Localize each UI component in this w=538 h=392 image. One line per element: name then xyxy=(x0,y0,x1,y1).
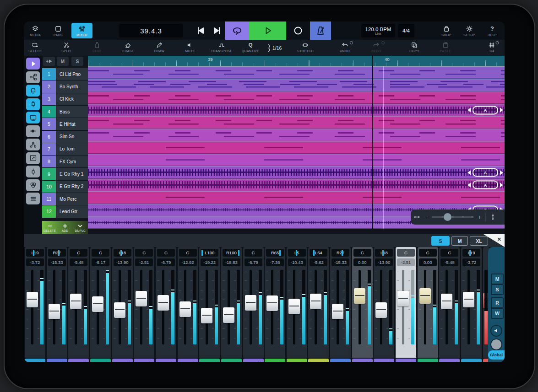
channel-label[interactable]: 16 xyxy=(352,359,373,362)
pan-display[interactable]: L19 xyxy=(26,249,44,257)
volume-db-display[interactable]: -2.51 xyxy=(397,258,415,266)
sidebar-edit-button[interactable] xyxy=(26,152,40,164)
fader-handle[interactable] xyxy=(158,295,169,311)
channel-label[interactable]: 9 xyxy=(199,359,220,362)
duplc-track-button[interactable]: DUPLC xyxy=(73,221,88,234)
fader-handle[interactable] xyxy=(463,292,474,307)
channel-label[interactable]: 20 xyxy=(439,359,460,362)
channel-label[interactable]: 15 xyxy=(330,359,351,362)
pan-display[interactable]: C xyxy=(157,249,175,257)
channel-label[interactable]: 19 xyxy=(418,359,438,362)
mixer-strip-18[interactable]: C-2.5118 xyxy=(396,247,416,358)
time-signature-display[interactable]: 4/4 xyxy=(398,24,414,38)
master-speaker-button[interactable] xyxy=(490,325,502,337)
audio-stretch-handle[interactable]: A xyxy=(473,181,498,189)
select-tool-button[interactable]: SELECT xyxy=(28,41,42,53)
global-label[interactable]: Global xyxy=(488,350,505,360)
channel-label[interactable]: 8 xyxy=(178,359,198,362)
fader-handle[interactable] xyxy=(332,304,343,319)
fader-handle[interactable] xyxy=(245,295,256,311)
global-s-button[interactable]: S xyxy=(491,284,504,295)
track-row-6[interactable]: 6Sim Sn xyxy=(42,131,88,143)
volume-db-display[interactable]: -13.90 xyxy=(114,258,131,266)
grid-tool-button[interactable]: 1/4 xyxy=(488,41,496,53)
pan-display[interactable]: C xyxy=(135,249,153,257)
v-zoom-icon[interactable] xyxy=(488,214,497,220)
volume-db-display[interactable]: -3.72 xyxy=(462,258,480,266)
clip-track-5[interactable] xyxy=(88,116,505,129)
fader-handle[interactable] xyxy=(179,301,191,317)
fader-handle[interactable] xyxy=(136,291,147,306)
fader-handle[interactable] xyxy=(27,292,38,307)
clip-track-8[interactable] xyxy=(88,154,505,166)
fader-handle[interactable] xyxy=(419,288,431,304)
volume-db-display[interactable]: 0.00 xyxy=(353,258,371,266)
sidebar-blend-button[interactable] xyxy=(26,179,40,191)
mixer-size-m-button[interactable]: M xyxy=(451,236,468,246)
audio-stretch-handle[interactable]: A xyxy=(473,168,498,177)
pan-display[interactable]: L64 xyxy=(310,249,327,257)
global-r-button[interactable]: R xyxy=(491,297,504,308)
mixer-strip-6[interactable]: C-2.516 xyxy=(134,247,154,358)
mixer-size-xl-button[interactable]: XL xyxy=(470,236,488,246)
volume-db-display[interactable]: -10.43 xyxy=(288,258,306,266)
mixer-strip-10[interactable]: R100-18.8310 xyxy=(221,247,242,358)
mixer-strip-5[interactable]: L18-13.905 xyxy=(112,247,133,358)
volume-db-display[interactable]: -5.62 xyxy=(310,258,327,266)
sidebar-plug-pin-button[interactable] xyxy=(26,166,40,177)
erase-tool-button[interactable]: ERASE xyxy=(122,41,134,53)
track-row-5[interactable]: 5E HiHat xyxy=(42,118,88,130)
track-row-12[interactable]: 12Lead Gtr xyxy=(42,205,88,217)
copy-tool-button[interactable]: COPY xyxy=(409,41,419,53)
delete-track-button[interactable]: DELETE xyxy=(42,221,57,234)
fader-handle[interactable] xyxy=(114,302,125,318)
stretch-tool-button[interactable]: STRETCH xyxy=(297,41,314,53)
fader-handle[interactable] xyxy=(397,291,409,306)
pan-display[interactable]: C xyxy=(353,249,371,257)
fader-handle[interactable] xyxy=(49,304,60,319)
volume-db-display[interactable]: -5.48 xyxy=(440,258,458,266)
clip-track-2[interactable] xyxy=(88,79,505,91)
volume-db-display[interactable]: -6.79 xyxy=(245,258,262,266)
zoom-slider[interactable] xyxy=(432,216,474,218)
mixer-strip-17[interactable]: L18-13.9017 xyxy=(374,247,394,358)
quantize-value[interactable]: 1/16 xyxy=(268,44,282,52)
mixer-button[interactable]: MIXER xyxy=(71,23,92,38)
channel-label[interactable]: 18 xyxy=(396,359,416,362)
zoom-out-button[interactable]: − xyxy=(423,214,430,220)
setup-button[interactable]: SETUP xyxy=(459,23,480,38)
sidebar-menu-button[interactable] xyxy=(26,193,40,204)
track-row-9[interactable]: 9E Gtr Rhy 1 xyxy=(42,168,88,180)
channel-label[interactable]: 13 xyxy=(287,359,307,362)
volume-db-display[interactable]: -15.33 xyxy=(331,258,349,266)
channel-label[interactable]: 5 xyxy=(112,359,133,362)
mixer-strip-16[interactable]: C0.0016 xyxy=(352,247,373,358)
pan-display[interactable]: C xyxy=(92,249,109,257)
track-row-2[interactable]: 2Bo Synth xyxy=(42,81,88,92)
sidebar-inspector-play-button[interactable] xyxy=(26,58,40,70)
arrange-area[interactable]: 3940 AAAA − + xyxy=(88,56,505,234)
fader-handle[interactable] xyxy=(266,295,278,311)
h-zoom-icon[interactable] xyxy=(411,214,423,220)
channel-label[interactable]: 3 xyxy=(68,359,89,362)
fader-handle[interactable] xyxy=(354,288,365,304)
volume-db-display[interactable]: -3.72 xyxy=(26,258,44,266)
mixer-size-s-button[interactable]: S xyxy=(431,236,450,246)
channel-label[interactable]: 2 xyxy=(47,359,67,362)
clip-track-11[interactable] xyxy=(88,191,505,204)
clip-track-7[interactable] xyxy=(88,141,505,154)
channel-label[interactable]: 7 xyxy=(156,359,176,362)
channel-label[interactable]: 6 xyxy=(134,359,154,362)
tempo-display[interactable]: 120.0 BPM Link xyxy=(361,24,395,38)
volume-db-display[interactable]: -6.79 xyxy=(157,258,175,266)
go-start-button[interactable] xyxy=(192,21,209,40)
channel-label[interactable]: 4 xyxy=(90,359,111,362)
sidebar-metronome-bell-button[interactable] xyxy=(26,85,40,97)
play-button[interactable] xyxy=(249,21,286,40)
pan-display[interactable]: C xyxy=(245,249,262,257)
fader-handle[interactable] xyxy=(310,294,321,309)
mixer-strip-20[interactable]: C-5.4820 xyxy=(439,247,460,358)
record-button[interactable] xyxy=(286,21,310,40)
pan-display[interactable]: L19 xyxy=(462,249,480,257)
channel-label[interactable]: 17 xyxy=(374,359,394,362)
